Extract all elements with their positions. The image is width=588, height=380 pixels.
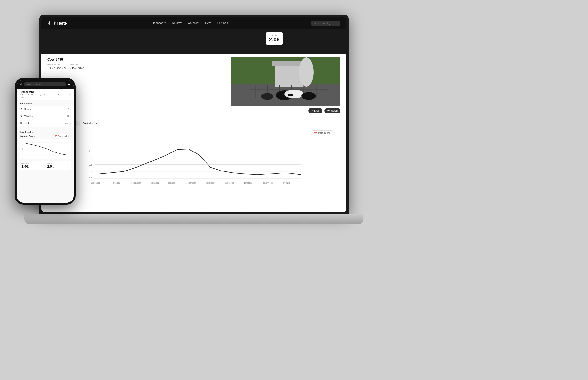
svg-text:5/02/2024: 5/02/2024 — [113, 182, 122, 184]
phone-feed-review[interactable]: ⏱ Review 13 › — [17, 106, 74, 113]
nav-search-input[interactable] — [311, 21, 340, 26]
phone-mini-chart: 3 2 1 — [20, 139, 71, 159]
svg-text:1: 1 — [91, 170, 92, 173]
birth-id-label: Birth ID — [70, 63, 84, 66]
watchlist-label: Watchlist — [24, 115, 66, 117]
logo-text: ✳ Herd-i — [53, 21, 68, 26]
review-icon: ⏱ — [20, 107, 22, 111]
review-arrow: › — [70, 108, 71, 111]
phone-avg-score-header: Average Score 📅 Past month ▾ — [20, 134, 71, 138]
svg-text:2: 2 — [91, 157, 92, 159]
video-svg — [231, 57, 340, 106]
svg-text:1: 1 — [22, 155, 23, 156]
tab-past-videos[interactable]: Past Videos — [79, 120, 101, 126]
electronic-id-label: Electronic ID — [47, 63, 66, 66]
herd-insights-title: Herd Insights — [20, 129, 71, 134]
svg-text:1.5: 1.5 — [89, 163, 92, 166]
herd-size-suffix: ... — [28, 165, 30, 168]
birth-id-field: Birth ID CPWJ-99-71 — [70, 63, 84, 70]
herd-size-label: Herd Size — [21, 163, 43, 164]
phone-search-input[interactable] — [24, 82, 66, 86]
svg-point-4 — [299, 57, 314, 87]
svg-text:28/04/2024: 28/04/2024 — [263, 182, 273, 184]
phone-nav: ✳ ☰ — [17, 80, 74, 89]
svg-text:0.5: 0.5 — [89, 177, 92, 180]
svg-text:26/02/2024: 26/02/2024 — [151, 182, 161, 184]
nav-dashboard[interactable]: Dashboard — [152, 21, 166, 25]
period-label: Past month — [58, 135, 67, 137]
herd-arrow: › — [70, 122, 71, 125]
svg-point-14 — [284, 90, 304, 98]
chart-area: 3 2.5 2 1.5 1 0.5 0 — [53, 137, 335, 191]
laptop-screen: ✳ ✳ Herd-i Dashboard Review Watchlist He… — [42, 17, 346, 212]
score-stat: Score 2.0... — [47, 163, 54, 168]
scene: ✳ ✳ Herd-i Dashboard Review Watchlist He… — [0, 0, 588, 380]
phone-chart-svg: 3 2 1 — [21, 140, 70, 158]
nav-bar: ✳ ✳ Herd-i Dashboard Review Watchlist He… — [42, 17, 346, 29]
draft-button[interactable]: ✓ Draft — [308, 108, 322, 113]
logo: ✳ ✳ Herd-i — [47, 20, 68, 26]
dark-header-area: Score 2.06 — [42, 29, 346, 54]
nav-herd[interactable]: Herd — [205, 21, 211, 25]
phone-menu-button[interactable]: ☰ — [67, 82, 71, 86]
svg-text:25/03/2024: 25/03/2024 — [206, 182, 215, 184]
phone-bottom-stats: Herd Size 1,46... Score 2.0... → — [20, 161, 71, 170]
svg-text:18/02/2024: 18/02/2024 — [131, 182, 141, 184]
laptop-device: ✳ ✳ Herd-i Dashboard Review Watchlist He… — [39, 15, 349, 370]
phone-insights-section: Herd Insights Average Score 📅 Past month… — [17, 127, 74, 170]
content-area: Cow 8436 Electronic ID 184 775 45 1559 B… — [42, 54, 346, 212]
phone-breadcrumb-subtitle: Welcome back! Access your latest video f… — [20, 94, 71, 98]
watch-button[interactable]: 👁 Watch — [324, 108, 340, 113]
herd-icon: ⊞ — [20, 122, 22, 125]
watch-label: Watch — [331, 109, 337, 112]
svg-text:2.5: 2.5 — [89, 150, 92, 152]
score-stat-suffix: ... — [52, 165, 54, 168]
score-card[interactable]: Score 2.0... → — [45, 161, 71, 170]
video-container: ✓ Draft 👁 Watch — [231, 57, 340, 113]
herd-size-card: Herd Size 1,46... — [20, 161, 45, 170]
cow-meta: Cow 8436 Electronic ID 184 775 45 1559 B… — [47, 57, 225, 70]
phone-breadcrumb-title: › Dashboard — [20, 91, 71, 93]
score-stat-label: Score — [47, 163, 54, 164]
svg-text:16/04/2024: 16/04/2024 — [244, 182, 254, 184]
nav-review[interactable]: Review — [172, 21, 181, 25]
svg-text:9/03/2024: 9/03/2024 — [168, 182, 177, 184]
svg-text:8/04/2024: 8/04/2024 — [225, 182, 234, 184]
phone-device: ✳ ☰ › Dashboard Welcome back! Access you… — [15, 78, 76, 205]
score-badge: Score 2.06 — [266, 32, 283, 45]
detail-row: Cow 8436 Electronic ID 184 775 45 1559 B… — [47, 57, 340, 113]
chevron-down-icon: ▾ — [68, 135, 69, 137]
nav-links: Dashboard Review Watchlist Herd Settings — [76, 21, 303, 25]
phone-period-button[interactable]: 📅 Past month ▾ — [53, 134, 71, 138]
app-container: ✳ ✳ Herd-i Dashboard Review Watchlist He… — [42, 17, 346, 212]
svg-text:8/05/2024: 8/05/2024 — [283, 182, 292, 184]
watch-icon: 👁 — [327, 109, 330, 112]
chart-container: Score History 📅 Past quarter — [53, 130, 335, 191]
draft-icon: ✓ — [311, 109, 313, 112]
herd-size-value: 1,46... — [21, 164, 43, 168]
filter-label: Past quarter — [318, 132, 332, 134]
logo-icon: ✳ — [47, 20, 51, 26]
video-player[interactable] — [231, 57, 340, 106]
nav-settings[interactable]: Settings — [217, 21, 228, 25]
phone-feed-watchlist[interactable]: 👁 Watchlist 51 › — [17, 113, 74, 120]
phone-logo-icon: ✳ — [20, 82, 22, 86]
laptop-body: ✳ ✳ Herd-i Dashboard Review Watchlist He… — [39, 15, 349, 214]
calendar-icon: 📅 — [314, 132, 317, 134]
score-chart-svg: 3 2.5 2 1.5 1 0.5 0 — [57, 141, 331, 185]
avg-score-label: Average Score — [20, 135, 35, 137]
review-count: 13 — [66, 108, 69, 110]
svg-text:28/01/2024: 28/01/2024 — [92, 182, 102, 184]
svg-point-16 — [301, 92, 316, 100]
score-label: Score — [269, 34, 279, 37]
svg-text:3: 3 — [22, 142, 23, 143]
nav-watchlist[interactable]: Watchlist — [188, 21, 199, 25]
svg-text:2: 2 — [22, 148, 23, 150]
draft-label: Draft — [314, 109, 319, 112]
phone-feed-herd[interactable]: ⊞ Herd 1,462 › — [17, 120, 74, 127]
laptop-base — [24, 214, 363, 224]
phone-video-feeds-title: Video Feeds — [17, 100, 74, 106]
phone-content: Video Feeds ⏱ Review 13 › 👁 Watchlist 51… — [17, 100, 74, 203]
svg-text:15/03/2024: 15/03/2024 — [186, 182, 196, 184]
date-filter-button[interactable]: 📅 Past quarter — [311, 130, 335, 135]
